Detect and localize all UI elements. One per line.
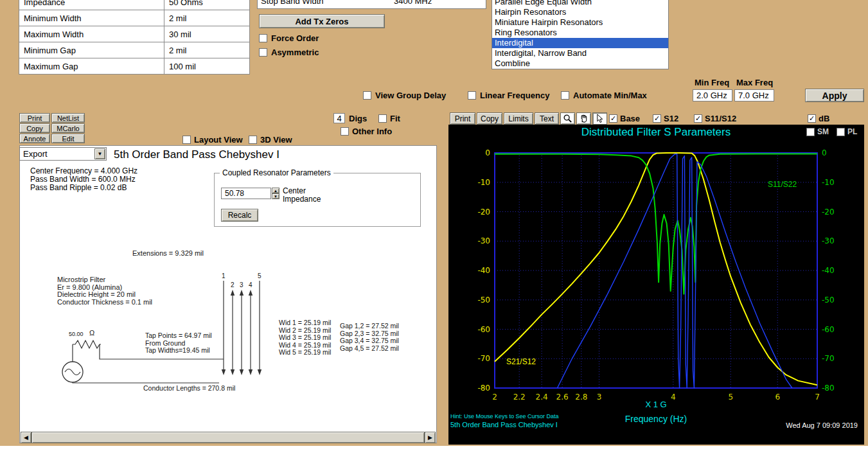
param-label: Impedance <box>19 0 164 10</box>
table-row: Minimum Width 2 mil <box>19 10 250 26</box>
list-item[interactable]: Parallel Edge Equal Width <box>492 0 668 7</box>
plot-copy-button[interactable]: Copy <box>477 112 502 125</box>
add-tx-zeros-button[interactable]: Add Tx Zeros <box>259 14 385 28</box>
recalc-button[interactable]: Recalc <box>221 209 258 222</box>
plot-limits-button[interactable]: Limits <box>504 112 533 125</box>
cursor-hint-text: Hint: Use Mouse Keys to See Cursor Data <box>450 413 559 420</box>
list-item[interactable]: Ring Resonators <box>492 28 668 38</box>
pass-band-ripple-text: Pass Band Ripple = 0.02 dB <box>30 183 127 192</box>
svg-text:-10: -10 <box>477 178 490 187</box>
list-item[interactable]: Miniature Hairpin Resonators <box>492 17 668 28</box>
x-multiplier-label: X 1 G <box>495 400 817 409</box>
scroll-left-button[interactable]: ◀ <box>21 432 31 443</box>
layout-view-checkbox[interactable] <box>182 136 191 144</box>
fit-checkbox[interactable] <box>378 114 387 123</box>
spinner-up-button[interactable]: ▲ <box>272 188 279 193</box>
param-value[interactable]: 100 mil <box>164 58 250 75</box>
stop-band-width-field[interactable]: Stop Band Width 3400 MHz <box>257 0 486 9</box>
param-value[interactable]: 50 Ohms <box>164 0 250 10</box>
base-label: Base <box>620 114 640 123</box>
s12-label: S12 <box>664 114 678 123</box>
width-line: Wid 1 = 25.19 mil <box>279 319 331 327</box>
min-freq-label: Min Freq <box>695 78 729 87</box>
table-row: Minimum Gap 2 mil <box>19 42 250 58</box>
magnifier-icon <box>563 114 572 123</box>
tap-line: Tap Points = 64.97 mil <box>145 332 212 340</box>
param-label: Minimum Width <box>19 10 164 26</box>
digits-input[interactable]: 4 <box>333 113 345 123</box>
asymmetric-checkbox[interactable] <box>259 48 267 57</box>
apply-button[interactable]: Apply <box>805 89 864 102</box>
param-value[interactable]: 30 mil <box>164 26 250 42</box>
copy-button[interactable]: Copy <box>19 123 50 133</box>
view-group-delay-checkbox[interactable] <box>363 91 371 100</box>
svg-text:-70: -70 <box>477 354 490 363</box>
db-label: dB <box>819 114 829 123</box>
resonator-number: 1 <box>222 272 226 279</box>
scroll-right-button[interactable]: ▶ <box>425 432 436 443</box>
list-item[interactable]: Hairpin Resonators <box>492 7 668 17</box>
svg-text:-40: -40 <box>477 266 490 275</box>
schematic-panel: 5th Order Band Pass Chebyshev I Center F… <box>19 145 437 443</box>
svg-text:0: 0 <box>485 148 490 157</box>
param-value[interactable]: 2 mil <box>164 42 250 58</box>
linear-frequency-checkbox[interactable] <box>468 91 476 100</box>
resonator-number: 5 <box>258 272 261 279</box>
timestamp: Wed Aug 7 09:09 2019 <box>786 421 858 429</box>
pass-band-width-text: Pass Band Width = 600.0 MHz <box>30 175 136 184</box>
horizontal-scrollbar[interactable]: ◀ ▶ <box>21 432 436 443</box>
export-dropdown-value: Export <box>23 149 48 159</box>
print-button[interactable]: Print <box>19 113 50 123</box>
force-order-checkbox[interactable] <box>259 34 267 42</box>
s11s12-label: S11/S12 <box>705 114 736 123</box>
db-checkbox[interactable]: ✓ <box>808 114 816 123</box>
resonator-number: 3 <box>240 281 244 288</box>
export-dropdown[interactable]: Export ▼ <box>19 147 107 161</box>
chevron-down-icon[interactable]: ▼ <box>94 148 105 159</box>
edit-button[interactable]: Edit <box>51 134 85 143</box>
digits-label: Digs <box>349 114 367 123</box>
automate-minmax-checkbox[interactable] <box>561 91 569 100</box>
netlist-button[interactable]: NetList <box>51 113 85 123</box>
zoom-tool-button[interactable] <box>560 112 575 125</box>
s11s12-checkbox[interactable]: ✓ <box>694 114 702 123</box>
automate-minmax-label: Automate Min/Max <box>573 91 647 100</box>
base-checkbox[interactable]: ✓ <box>609 114 617 123</box>
mcarlo-button[interactable]: MCarlo <box>51 123 85 133</box>
ohm-symbol: Ω <box>89 330 94 337</box>
cursor-tool-button[interactable] <box>592 112 607 125</box>
list-item[interactable]: Combline <box>492 58 668 69</box>
plot-text-button[interactable]: Text <box>535 112 559 125</box>
coupled-resonator-groupbox: Coupled Resonator Parameters 50.78 ▲ ▼ C… <box>214 173 421 227</box>
list-item-selected[interactable]: Interdigital <box>492 38 668 48</box>
svg-text:-60: -60 <box>477 325 490 334</box>
spinner-down-button[interactable]: ▼ <box>272 193 279 199</box>
center-impedance-input[interactable]: 50.78 <box>221 188 271 199</box>
center-label: Center <box>283 186 306 195</box>
svg-text:-20: -20 <box>477 208 490 217</box>
3d-view-checkbox[interactable] <box>249 136 257 144</box>
svg-text:-20: -20 <box>822 208 835 217</box>
plot-print-button[interactable]: Print <box>450 112 475 125</box>
annote-button[interactable]: Annote <box>19 134 50 143</box>
svg-text:-50: -50 <box>822 296 835 305</box>
max-freq-input[interactable]: 7.0 GHz <box>734 89 774 102</box>
gap-line: Gap 4,5 = 27.52 mil <box>340 345 399 353</box>
scrollbar-thumb[interactable] <box>31 432 425 443</box>
min-freq-input[interactable]: 2.0 GHz <box>693 89 732 102</box>
max-freq-label: Max Freq <box>736 78 773 87</box>
svg-text:-80: -80 <box>822 384 835 393</box>
pan-tool-button[interactable] <box>576 112 591 125</box>
param-value[interactable]: 2 mil <box>164 10 250 26</box>
s12-checkbox[interactable]: ✓ <box>653 114 661 123</box>
note-line: Microstrip Filter <box>57 276 152 284</box>
extensions-text: Extensions = 9.329 mil <box>132 250 204 258</box>
topology-listbox[interactable]: Parallel Edge Equal Width Hairpin Resona… <box>492 0 669 69</box>
plot-area[interactable]: Distributed Filter S Parameters SM PL 22… <box>448 125 864 445</box>
s-parameter-chart[interactable]: 22.22.42.62.83456700-10-10-20-20-30-30-4… <box>448 125 864 445</box>
list-item[interactable]: Interdigital, Narrow Band <box>492 48 668 58</box>
3d-view-label: 3D View <box>260 135 292 145</box>
table-row: Impedance 50 Ohms <box>19 0 250 10</box>
param-label: Maximum Width <box>19 26 164 42</box>
other-info-checkbox[interactable] <box>341 127 349 136</box>
